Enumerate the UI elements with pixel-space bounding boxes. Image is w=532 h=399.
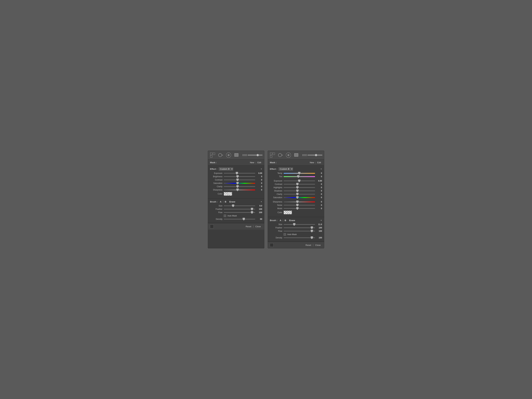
r-exposure-thumb[interactable]	[298, 180, 300, 182]
r-brush-feather-thumb[interactable]	[311, 226, 313, 229]
contrast-thumb[interactable]	[236, 178, 239, 181]
r-saturation-thumb[interactable]	[296, 196, 298, 199]
edit-button[interactable]: Edit	[257, 161, 262, 164]
r-temp-thumb[interactable]	[298, 172, 300, 175]
auto-mask-checkbox[interactable]	[224, 215, 226, 217]
r-brush-size-value: 11.0	[316, 223, 322, 226]
r-brush-feather-row: Feather 100	[270, 227, 322, 229]
brush-flow-slider[interactable]	[224, 211, 255, 214]
r-brush-erase-btn[interactable]: Erase	[289, 219, 295, 222]
sharpness-value: 0	[256, 189, 262, 191]
r-color-swatch[interactable]	[284, 211, 292, 214]
effect-select[interactable]: Custom ⬍	[219, 167, 233, 171]
toolbar-slider[interactable]	[243, 154, 262, 156]
r-brush-density-value: 100	[316, 237, 322, 239]
r-brush-size-thumb[interactable]	[293, 223, 295, 226]
r-sharpness-thumb[interactable]	[296, 201, 298, 203]
r-contrast-slider[interactable]	[284, 183, 315, 185]
footer-icon-left[interactable]	[210, 225, 214, 228]
r-target-tool-icon[interactable]	[285, 152, 291, 158]
brush-density-slider[interactable]	[224, 218, 255, 220]
brush-feather-slider[interactable]	[224, 208, 255, 210]
contrast-row: Contrast 0	[210, 179, 262, 181]
brush-tab-a[interactable]: A	[219, 200, 222, 203]
clarity-slider[interactable]	[224, 185, 255, 188]
saturation-thumb[interactable]	[236, 182, 239, 184]
r-brush-feather-slider[interactable]	[284, 227, 315, 229]
r-contrast-row: Contrast 0	[270, 183, 322, 185]
r-brush-flow-slider[interactable]	[284, 230, 315, 232]
exposure-thumb[interactable]	[236, 172, 238, 175]
size-slider-thumb[interactable]	[257, 154, 259, 156]
target-tool-icon[interactable]	[226, 152, 232, 158]
r-brush-size-slider[interactable]	[284, 223, 315, 226]
r-size-slider-thumb[interactable]	[315, 154, 317, 156]
r-brush-density-slider[interactable]	[284, 237, 315, 239]
r-edit-button[interactable]: Edit	[316, 161, 322, 164]
r-selection-tool-icon[interactable]	[270, 152, 275, 158]
color-swatch[interactable]	[224, 192, 232, 196]
r-noise-thumb[interactable]	[296, 204, 298, 207]
brush-tab-b[interactable]: B	[224, 200, 227, 203]
r-highlights-thumb[interactable]	[296, 186, 298, 189]
brush-erase-btn[interactable]: Erase	[229, 201, 235, 203]
r-brush-density-row: Density 100	[270, 237, 322, 239]
r-clarity-slider[interactable]	[284, 193, 315, 195]
reset-button[interactable]: Reset	[244, 225, 253, 228]
close-button[interactable]: Close	[254, 225, 262, 228]
r-noise-slider[interactable]	[284, 204, 315, 206]
brush-size-track	[224, 205, 255, 206]
r-shadows-slider[interactable]	[284, 190, 315, 192]
rect-tool-icon[interactable]	[234, 152, 240, 158]
r-contrast-thumb[interactable]	[296, 183, 298, 185]
brush-feather-thumb[interactable]	[251, 208, 253, 210]
r-moire-thumb[interactable]	[296, 207, 298, 210]
brush-density-thumb[interactable]	[243, 218, 245, 221]
sharpness-slider[interactable]	[224, 189, 255, 191]
brush-size-thumb[interactable]	[232, 204, 234, 207]
r-reset-button[interactable]: Reset	[304, 244, 313, 247]
exposure-slider[interactable]	[224, 172, 255, 174]
r-temp-slider[interactable]	[284, 172, 315, 174]
r-brush-flow-thumb[interactable]	[311, 230, 313, 232]
r-effect-select[interactable]: Custom ⬍	[279, 167, 293, 171]
r-tint-slider[interactable]	[284, 175, 315, 178]
r-toolbar-slider[interactable]	[302, 154, 322, 156]
circle-tool-icon[interactable]	[218, 152, 224, 158]
brush-dropdown-arrow: ▼	[260, 201, 262, 203]
saturation-slider[interactable]	[224, 182, 255, 184]
r-saturation-slider[interactable]	[284, 196, 315, 199]
r-temp-track	[284, 173, 315, 174]
r-circle-tool-icon[interactable]	[278, 152, 284, 158]
r-exposure-slider[interactable]	[284, 180, 315, 182]
r-tint-thumb[interactable]	[297, 175, 299, 178]
r-close-button[interactable]: Close	[314, 244, 322, 247]
r-moire-slider[interactable]	[284, 207, 315, 210]
r-brush-tab-b[interactable]: B	[284, 219, 287, 222]
brightness-thumb[interactable]	[236, 175, 239, 178]
exposure-value: 0.00	[256, 172, 262, 174]
r-clarity-thumb[interactable]	[296, 193, 298, 196]
r-footer-icon[interactable]	[270, 243, 273, 247]
r-rect-tool-icon[interactable]	[293, 152, 299, 158]
r-tint-label: Tint	[270, 175, 282, 178]
sharpness-thumb[interactable]	[236, 189, 239, 191]
brush-flow-thumb[interactable]	[251, 211, 253, 214]
r-tint-track	[284, 176, 315, 177]
clarity-label: Clarity	[210, 185, 222, 188]
contrast-slider[interactable]	[224, 179, 255, 181]
brush-size-slider[interactable]	[224, 205, 255, 207]
r-sharpness-slider[interactable]	[284, 201, 315, 203]
r-temp-row: Temp 0	[270, 172, 322, 174]
r-auto-mask-checkbox[interactable]	[284, 233, 286, 236]
r-brush-density-thumb[interactable]	[311, 236, 313, 239]
r-new-button[interactable]: New	[309, 161, 315, 164]
brightness-slider[interactable]	[224, 175, 255, 178]
r-brush-tab-a[interactable]: A	[279, 219, 282, 222]
clarity-row: Clarity 0	[210, 185, 262, 188]
selection-tool-icon[interactable]	[210, 152, 216, 158]
new-button[interactable]: New	[249, 161, 255, 164]
r-shadows-thumb[interactable]	[296, 190, 298, 192]
clarity-thumb[interactable]	[236, 185, 239, 188]
r-highlights-slider[interactable]	[284, 186, 315, 189]
